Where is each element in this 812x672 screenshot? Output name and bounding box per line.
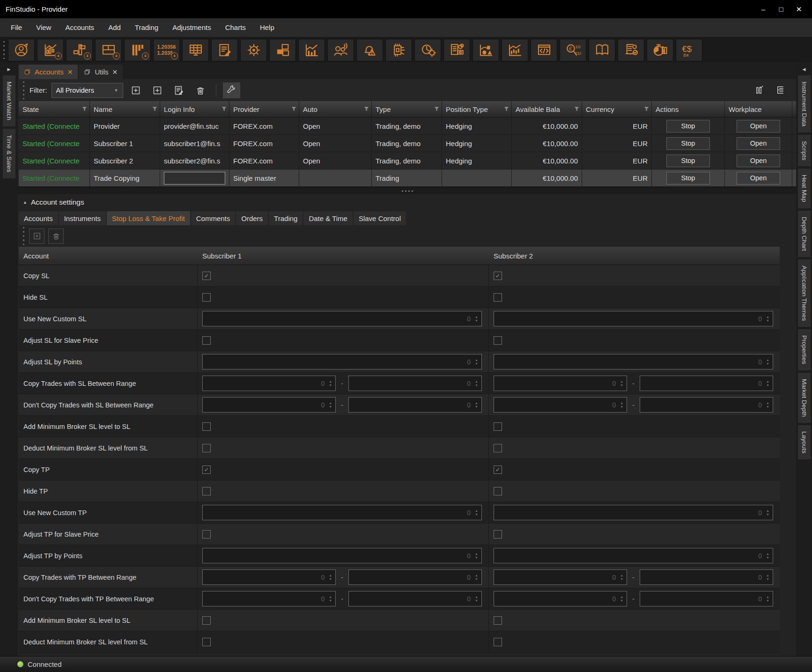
copy-trades-with-sl-between-range-sub1-max-input[interactable]: 0▲▼ — [348, 376, 482, 391]
copy-trades-with-sl-between-range-sub2-min-input[interactable]: 0▲▼ — [494, 376, 627, 391]
sidebar-tab-layouts[interactable]: Layouts — [798, 425, 811, 459]
spinner-down-icon[interactable]: ▼ — [475, 405, 478, 409]
adjust-sl-by-points-sub1-input[interactable]: 0▲▼ — [202, 354, 482, 369]
menu-item-charts[interactable]: Charts — [218, 18, 253, 37]
don-t-copy-trades-with-tp-between-range-sub2-min-input[interactable]: 0▲▼ — [494, 591, 627, 606]
copy-trades-with-sl-between-range-sub1-min-input[interactable]: 0▲▼ — [202, 376, 336, 391]
timer-info-button[interactable] — [647, 39, 673, 61]
menu-item-accounts[interactable]: Accounts — [58, 18, 101, 37]
stop-button[interactable]: Stop — [666, 137, 710, 150]
add-minimum-broker-sl-level-to-sl-sub2-checkbox[interactable] — [494, 616, 502, 625]
filter-funnel-icon[interactable] — [81, 105, 88, 112]
spinner-up-icon[interactable]: ▲ — [475, 552, 478, 556]
don-t-copy-trades-with-sl-between-range-sub1-min-input[interactable]: 0▲▼ — [202, 397, 336, 413]
menu-item-add[interactable]: Add — [101, 18, 128, 37]
hide-sl-sub1-checkbox[interactable] — [202, 293, 211, 302]
settings-tab-stop-loss-take-profit[interactable]: Stop Loss & Take Profit — [107, 211, 190, 225]
column-chooser-button[interactable] — [753, 82, 766, 98]
spinner-arrows[interactable]: ▲▼ — [473, 315, 481, 323]
account-row-trade-copying[interactable]: Started (ConnecteTrade CopyingSingle mas… — [19, 170, 796, 187]
sidebar-tab-depth-chart[interactable]: Depth Chart — [798, 211, 811, 257]
filter-funnel-icon[interactable] — [363, 105, 370, 112]
spinner-up-icon[interactable]: ▲ — [620, 574, 623, 577]
building-blocks-button[interactable] — [269, 39, 296, 61]
use-new-custom-tp-sub2-input[interactable]: 0▲▼ — [494, 505, 773, 520]
spinner-down-icon[interactable]: ▼ — [329, 384, 332, 387]
spinner-down-icon[interactable]: ▼ — [766, 319, 769, 323]
spinner-down-icon[interactable]: ▼ — [766, 599, 769, 603]
add-column-view-button[interactable]: + — [66, 39, 93, 61]
menu-item-file[interactable]: File — [4, 18, 29, 37]
spinner-up-icon[interactable]: ▲ — [475, 595, 478, 599]
analytics-shapes-button[interactable] — [472, 39, 499, 61]
column-header-type[interactable]: Type — [372, 101, 442, 117]
use-new-custom-sl-sub2-input[interactable]: 0▲▼ — [494, 311, 773, 326]
login-edit-cell[interactable] — [164, 172, 225, 185]
sidebar-tab-instrument-data[interactable]: Instrument Data — [798, 75, 811, 133]
filter-funnel-icon[interactable] — [221, 105, 228, 112]
sidebar-tab-time-sales[interactable]: Time & Sales — [3, 129, 15, 178]
grid-monitor-button[interactable] — [182, 39, 209, 61]
spinner-up-icon[interactable]: ▲ — [766, 380, 769, 384]
spinner-down-icon[interactable]: ▼ — [475, 362, 478, 366]
settings-gear-button[interactable] — [240, 39, 267, 61]
spinner-up-icon[interactable]: ▲ — [766, 315, 769, 319]
spinner-arrows[interactable]: ▲▼ — [618, 401, 627, 409]
tab-close-icon[interactable]: ✕ — [112, 68, 118, 76]
order-ticket-button[interactable] — [211, 39, 238, 61]
spinner-arrows[interactable]: ▲▼ — [618, 574, 627, 581]
spinner-up-icon[interactable]: ▲ — [475, 380, 478, 384]
adjust-tp-for-slave-price-sub2-checkbox[interactable] — [494, 530, 502, 539]
spinner-up-icon[interactable]: ▲ — [475, 315, 478, 319]
add-row-button[interactable] — [29, 229, 44, 244]
copy-sl-sub2-checkbox[interactable]: ✓ — [494, 272, 502, 280]
adjust-tp-for-slave-price-sub1-checkbox[interactable] — [202, 530, 211, 539]
tab-close-icon[interactable]: ✕ — [67, 68, 73, 76]
column-header-actions[interactable]: Actions — [652, 101, 725, 117]
spinner-down-icon[interactable]: ▼ — [620, 405, 623, 409]
spinner-up-icon[interactable]: ▲ — [475, 358, 478, 362]
column-header-available-bala[interactable]: Available Bala — [512, 101, 582, 117]
spinner-down-icon[interactable]: ▼ — [620, 384, 623, 387]
sidebar-tab-properties[interactable]: Properties — [798, 329, 811, 370]
use-new-custom-tp-sub1-input[interactable]: 0▲▼ — [202, 505, 482, 520]
deduct-minimum-broker-sl-level-from-sl-sub1-checkbox[interactable] — [202, 638, 211, 646]
filter-funnel-icon[interactable] — [290, 105, 297, 112]
column-header-state[interactable]: State — [19, 101, 90, 117]
right-rail-expander-icon[interactable]: ◀ — [803, 65, 806, 75]
copy-tp-sub1-checkbox[interactable]: ✓ — [202, 465, 211, 474]
spinner-arrows[interactable]: ▲▼ — [764, 595, 773, 603]
don-t-copy-trades-with-sl-between-range-sub2-min-input[interactable]: 0▲▼ — [494, 397, 627, 413]
sidebar-tab-market-depth[interactable]: Market Depth — [798, 373, 811, 423]
column-header-workplace[interactable]: Workplace — [725, 101, 792, 117]
spinner-up-icon[interactable]: ▲ — [766, 509, 769, 513]
add-minimum-broker-sl-level-to-sl-sub2-checkbox[interactable] — [494, 422, 502, 431]
automation-chip-button[interactable] — [385, 39, 412, 61]
add-workspace-button[interactable]: + — [95, 39, 122, 61]
account-row-provider[interactable]: Started (ConnecteProviderprovider@fin.st… — [19, 118, 796, 135]
tab-utils[interactable]: Utils✕ — [79, 65, 123, 79]
stop-button[interactable]: Stop — [666, 120, 710, 133]
spinner-down-icon[interactable]: ▼ — [766, 384, 769, 387]
spinner-down-icon[interactable]: ▼ — [329, 599, 332, 603]
spinner-arrows[interactable]: ▲▼ — [764, 552, 773, 560]
spinner-up-icon[interactable]: ▲ — [620, 401, 623, 405]
don-t-copy-trades-with-sl-between-range-sub1-max-input[interactable]: 0▲▼ — [348, 397, 482, 413]
filter-funnel-icon[interactable] — [433, 105, 440, 112]
column-header-auto[interactable]: Auto — [299, 101, 372, 117]
spinner-down-icon[interactable]: ▼ — [766, 405, 769, 409]
spinner-down-icon[interactable]: ▼ — [620, 577, 623, 581]
spinner-down-icon[interactable]: ▼ — [329, 577, 332, 581]
open-button[interactable]: Open — [737, 120, 780, 133]
spinner-arrows[interactable]: ▲▼ — [764, 509, 773, 517]
use-new-custom-sl-sub1-input[interactable]: 0▲▼ — [202, 311, 482, 326]
edit-note-button[interactable] — [170, 82, 188, 98]
spinner-arrows[interactable]: ▲▼ — [618, 380, 627, 387]
chart-book-button[interactable] — [589, 39, 615, 61]
settings-toolbar-drag-handle[interactable] — [22, 227, 25, 245]
spinner-arrows[interactable]: ▲▼ — [473, 595, 481, 603]
spinner-arrows[interactable]: ▲▼ — [764, 380, 773, 387]
copy-trades-with-tp-between-range-sub1-min-input[interactable]: 0▲▼ — [202, 569, 336, 585]
task-list-gear-button[interactable] — [618, 39, 644, 61]
account-row-subscriber-1[interactable]: Started (ConnecteSubscriber 1subscriber1… — [19, 135, 796, 152]
